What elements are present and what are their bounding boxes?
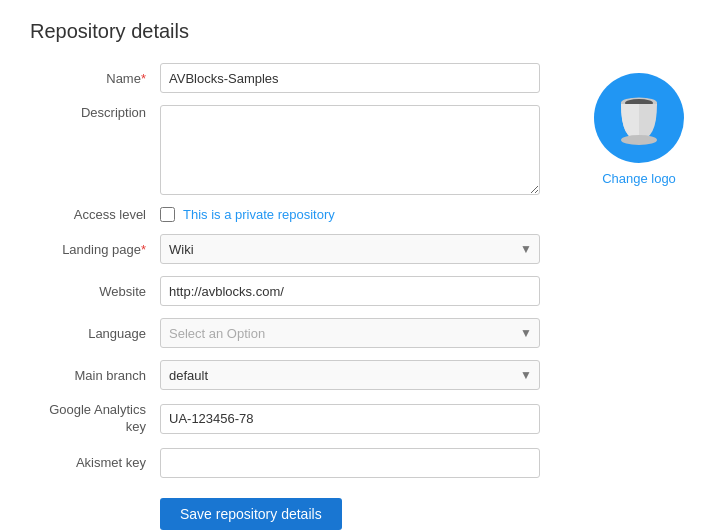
landing-page-row: Landing page* Wiki Home Files Commits ▼	[30, 234, 564, 264]
save-button-row: Save repository details	[30, 490, 564, 530]
description-textarea[interactable]	[160, 105, 540, 195]
private-checkbox[interactable]	[160, 207, 175, 222]
name-label: Name*	[30, 71, 160, 86]
landing-page-label: Landing page*	[30, 242, 160, 257]
private-checkbox-wrapper: This is a private repository	[160, 207, 335, 222]
access-level-label: Access level	[30, 207, 160, 222]
logo-circle	[594, 73, 684, 163]
main-branch-select[interactable]: default master main	[160, 360, 540, 390]
main-branch-row: Main branch default master main ▼	[30, 360, 564, 390]
name-input[interactable]	[160, 63, 540, 93]
svg-point-4	[621, 135, 657, 145]
main-branch-select-wrapper: default master main ▼	[160, 360, 540, 390]
website-input[interactable]	[160, 276, 540, 306]
akismet-row: Akismet key	[30, 448, 564, 478]
logo-area: Change logo	[594, 73, 684, 186]
google-analytics-label: Google Analytics key	[30, 402, 160, 436]
private-checkbox-label: This is a private repository	[183, 207, 335, 222]
language-label: Language	[30, 326, 160, 341]
bucket-icon	[613, 90, 665, 146]
landing-page-select[interactable]: Wiki Home Files Commits	[160, 234, 540, 264]
akismet-input[interactable]	[160, 448, 540, 478]
change-logo-link[interactable]: Change logo	[602, 171, 676, 186]
access-level-row: Access level This is a private repositor…	[30, 207, 564, 222]
main-branch-label: Main branch	[30, 368, 160, 383]
website-row: Website	[30, 276, 564, 306]
description-row: Description	[30, 105, 564, 195]
page-title: Repository details	[30, 20, 684, 43]
save-button[interactable]: Save repository details	[160, 498, 342, 530]
name-row: Name*	[30, 63, 564, 93]
language-select[interactable]: Select an Option	[160, 318, 540, 348]
language-select-wrapper: Select an Option ▼	[160, 318, 540, 348]
language-row: Language Select an Option ▼	[30, 318, 564, 348]
google-analytics-row: Google Analytics key	[30, 402, 564, 436]
akismet-label: Akismet key	[30, 455, 160, 470]
landing-page-select-wrapper: Wiki Home Files Commits ▼	[160, 234, 540, 264]
google-analytics-input[interactable]	[160, 404, 540, 434]
description-label: Description	[30, 105, 160, 120]
website-label: Website	[30, 284, 160, 299]
